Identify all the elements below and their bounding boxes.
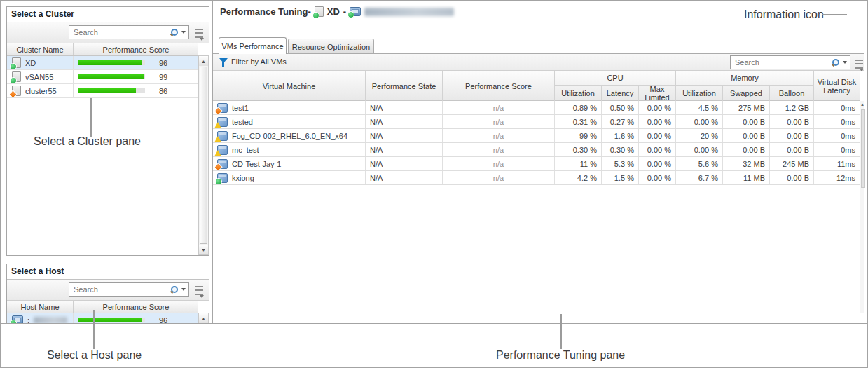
vm-table-row[interactable]: test1 N/A n/a 0.89 % 0.50 % 0.00 % 4.5 %… — [213, 101, 860, 115]
search-icon[interactable] — [170, 29, 178, 36]
search-icon[interactable] — [170, 286, 178, 294]
vm-table-row[interactable]: CD-Test-Jay-1 N/A n/a 11 % 5.3 % 0.00 % … — [213, 157, 860, 171]
vm-name-cell[interactable]: tested — [213, 115, 366, 128]
search-icon[interactable] — [832, 59, 839, 67]
vm-search-box[interactable] — [730, 55, 850, 69]
virtual-disk-latency-cell: 11ms — [814, 157, 860, 170]
cluster-search-box[interactable] — [69, 25, 189, 39]
scroll-down-icon[interactable]: ▼ — [199, 245, 208, 254]
memory-swapped-cell: 11 MB — [723, 171, 770, 184]
memory-utilization-cell: 20 % — [676, 129, 723, 142]
status-ok-icon — [312, 12, 319, 19]
cluster-row[interactable]: vSAN55 99 — [7, 70, 198, 84]
vm-name-cell[interactable]: kxiong — [213, 171, 366, 184]
header-group-cpu: CPU — [555, 71, 676, 86]
header-virtual-machine[interactable]: Virtual Machine — [213, 71, 366, 101]
header-memory-swapped[interactable]: Swapped — [723, 86, 770, 101]
status-icon — [214, 136, 221, 142]
cluster-name-header[interactable]: Cluster Name — [7, 43, 74, 55]
vm-icon — [217, 117, 228, 127]
memory-balloon-cell: 0.00 B — [770, 129, 814, 142]
vm-name: test1 — [232, 104, 249, 112]
filter-label[interactable]: Filter by All VMs — [231, 57, 287, 66]
scroll-up-icon[interactable]: ▲ — [199, 313, 208, 323]
header-performance-state[interactable]: Performance State — [366, 71, 443, 101]
performance-state-cell: N/A — [366, 115, 443, 128]
performance-score-cell: n/a — [443, 129, 555, 142]
cluster-search-input[interactable] — [72, 28, 170, 36]
cluster-row[interactable]: cluster55 86 — [7, 84, 198, 98]
scrollbar-thumb[interactable] — [861, 109, 865, 188]
host-table-header: Host Name Performance Score — [7, 301, 198, 313]
virtual-disk-latency-cell: 0ms — [814, 129, 860, 142]
host-row[interactable]: : 96 — [7, 313, 198, 323]
status-icon — [214, 122, 221, 128]
search-options-chevron-icon[interactable] — [843, 61, 847, 64]
cpu-latency-cell: 0.30 % — [602, 143, 639, 156]
vm-name-cell[interactable]: test1 — [213, 101, 366, 114]
host-search-input[interactable] — [72, 285, 170, 294]
cluster-icon — [12, 86, 21, 96]
column-picker-icon[interactable] — [195, 286, 203, 295]
cpu-max-limited-cell: 0.00 % — [639, 101, 676, 114]
vm-name-cell[interactable]: Fog_CD-002_RHEL_6.0_EN_x64 — [213, 129, 366, 142]
header-cpu-max-limited[interactable]: Max Limited — [639, 86, 676, 101]
header-performance-score[interactable]: Performance Score — [443, 71, 555, 101]
title-cluster-name: XD — [327, 6, 340, 17]
header-memory-utilization[interactable]: Utilization — [676, 86, 723, 101]
column-picker-icon[interactable] — [195, 29, 203, 38]
host-score-header[interactable]: Performance Score — [74, 301, 198, 313]
search-options-chevron-icon[interactable] — [181, 288, 186, 291]
vm-table-scrollbar[interactable]: ▲ — [860, 101, 864, 313]
memory-utilization-cell: 6.7 % — [676, 171, 723, 184]
virtual-disk-latency-cell: 0ms — [814, 115, 860, 128]
tab-vms-performance[interactable]: VMs Performance — [219, 37, 287, 54]
scroll-up-icon[interactable]: ▲ — [199, 56, 208, 66]
title-text: Performance Tuning- — [220, 6, 311, 17]
vm-name: mc_test — [232, 146, 259, 154]
vm-name-cell[interactable]: mc_test — [213, 143, 366, 156]
vm-search-input[interactable] — [733, 58, 832, 67]
host-name-cell: : — [7, 313, 74, 323]
vm-table-row[interactable]: mc_test N/A n/a 0.30 % 0.30 % 0.00 % 0.0… — [213, 143, 860, 157]
cluster-row[interactable]: XD 96 — [7, 56, 198, 70]
scrollbar-thumb[interactable] — [200, 67, 207, 244]
host-search-box[interactable] — [69, 282, 189, 297]
status-icon — [214, 163, 223, 170]
performance-state-cell: N/A — [366, 101, 443, 114]
cpu-latency-cell: 0.50 % — [602, 101, 639, 114]
content-bottom-border — [1, 323, 867, 324]
memory-utilization-cell: 4.5 % — [676, 101, 723, 114]
host-scrollbar[interactable]: ▲ — [198, 313, 209, 323]
header-virtual-disk-latency[interactable]: Virtual Disk Latency — [814, 71, 860, 101]
vm-table-row[interactable]: kxiong N/A n/a 4.2 % 1.5 % 0.00 % 6.7 % … — [213, 171, 860, 185]
virtual-disk-latency-cell: 12ms — [814, 171, 860, 184]
memory-utilization-cell: 0.00 % — [676, 143, 723, 156]
vm-table-row[interactable]: tested N/A n/a 0.31 % 0.27 % 0.00 % 0.00… — [213, 115, 860, 129]
cluster-score-header[interactable]: Performance Score — [74, 43, 198, 55]
status-icon — [214, 107, 223, 114]
tab-resource-optimization[interactable]: Resource Optimization — [288, 39, 374, 54]
score-bar-fill — [78, 60, 142, 65]
filter-funnel-icon[interactable] — [219, 58, 228, 63]
select-cluster-pane: Select a Cluster Cluster Name Performanc… — [6, 6, 209, 256]
host-name-header[interactable]: Host Name — [7, 301, 74, 313]
cluster-name: cluster55 — [25, 87, 57, 95]
cluster-scrollbar[interactable]: ▲ ▼ — [198, 55, 209, 255]
search-options-chevron-icon[interactable] — [181, 31, 186, 34]
status-icon — [8, 90, 18, 97]
memory-swapped-cell: 32 MB — [723, 157, 770, 170]
cluster-rows: XD 96 vSAN55 99 cluster55 86 — [7, 56, 198, 98]
virtual-disk-latency-cell: 0ms — [814, 101, 860, 114]
header-memory-balloon[interactable]: Balloon — [770, 86, 814, 101]
header-cpu-utilization[interactable]: Utilization — [555, 86, 602, 101]
cluster-name-cell: vSAN55 — [7, 70, 74, 83]
screenshot-root: Select a Cluster Cluster Name Performanc… — [0, 0, 868, 368]
scroll-up-icon[interactable]: ▲ — [860, 102, 864, 107]
column-picker-icon[interactable] — [855, 60, 863, 69]
vm-table-row[interactable]: Fog_CD-002_RHEL_6.0_EN_x64 N/A n/a 99 % … — [213, 129, 860, 143]
vm-name-cell[interactable]: CD-Test-Jay-1 — [213, 157, 366, 170]
header-cpu-latency[interactable]: Latency — [602, 86, 639, 101]
performance-state-cell: N/A — [366, 157, 443, 170]
memory-swapped-cell: 0.00 B — [723, 115, 770, 128]
